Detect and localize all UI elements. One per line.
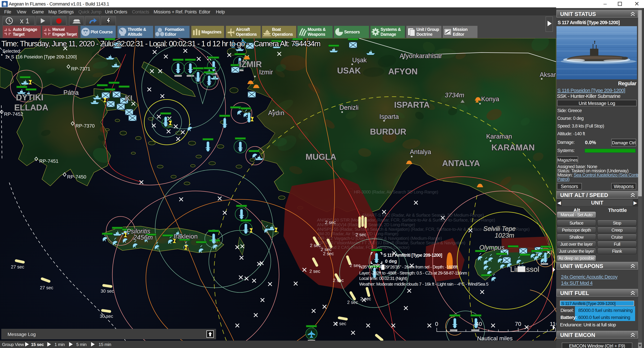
- svg-text:6M-20 (Radar, Air Search, 2D L: 6M-20 (Radar, Air Search, 2D Long-Range): [318, 231, 398, 236]
- svg-text:IZMIR: IZMIR: [239, 60, 262, 69]
- svg-text:0: 0: [435, 321, 438, 327]
- svg-text:2 sec: 2 sec: [347, 300, 358, 305]
- svg-text:RP-7370: RP-7370: [76, 123, 94, 129]
- svg-text:Aydın: Aydın: [268, 109, 284, 116]
- svg-text:USAK: USAK: [337, 66, 361, 75]
- svg-text:RP-7451: RP-7451: [39, 158, 58, 164]
- svg-text:x 1: x 1: [20, 17, 29, 25]
- svg-text:Denizli: Denizli: [340, 104, 358, 111]
- svg-text:30 sec: 30 sec: [100, 289, 114, 294]
- svg-text:DYTIKI: DYTIKI: [16, 93, 44, 102]
- svg-text:RP-7371: RP-7371: [71, 66, 90, 72]
- svg-text:SPS-10 / VisionMaster FT 250 (: SPS-10 / VisionMaster FT 250 (I/J Band) …: [319, 240, 465, 245]
- svg-text:KARAMAN: KARAMAN: [492, 143, 535, 152]
- svg-text:0 deg: 0 deg: [385, 259, 397, 264]
- svg-text:Selected:: Selected:: [2, 49, 21, 54]
- svg-text:MUGLA: MUGLA: [306, 152, 336, 162]
- svg-text:SUT Mod 2 CAS (Radar, FCR, Wea: SUT Mod 2 CAS (Radar, FCR, Weapon Direct…: [319, 245, 410, 250]
- svg-text:Olympus: Olympus: [479, 244, 504, 251]
- svg-text:Irákleion: Irákleion: [174, 233, 198, 240]
- svg-text:Konya: Konya: [481, 96, 500, 103]
- svg-text:N35°08'12"4█29°26'35" - 26nm f: N35°08'12"4█29°26'35" - 26nm from sel - …: [359, 264, 458, 270]
- svg-text:Karaman: Karaman: [486, 133, 512, 140]
- svg-text:AN/SPS-55 (Radar, Surface Sear: AN/SPS-55 (Radar, Surface Search & Navig…: [317, 227, 530, 232]
- svg-text:MR-212 Vaygach-U [Don 2] (Rada: MR-212 Vaygach-U [Don 2] (Radar & Naviga…: [318, 236, 442, 241]
- svg-text:ISPARTA: ISPARTA: [394, 100, 430, 110]
- svg-text:27 sec: 27 sec: [11, 264, 24, 269]
- svg-text:3734m: 3734m: [445, 92, 464, 99]
- svg-text:Aksar: Aksar: [540, 71, 556, 78]
- svg-text:SMART-S Mk2 (Radar, Air & Surf: SMART-S Mk2 (Radar, Air & Surface Search…: [362, 213, 484, 218]
- svg-text:Psiloritis: Psiloritis: [126, 228, 150, 235]
- svg-text:KI: KI: [125, 94, 132, 102]
- svg-text:AN/SPS-49(V)4 (Radar, Air Sear: AN/SPS-49(V)4 (Radar, Air Search, 2D Lon…: [317, 222, 415, 227]
- svg-text:S 117 Amfitriti [Type 209-1200: S 117 Amfitriti [Type 209-1200]: [384, 253, 442, 258]
- svg-text:Uşak: Uşak: [352, 57, 367, 64]
- svg-text:RP-7450: RP-7450: [67, 174, 86, 180]
- svg-text:30 sec: 30 sec: [100, 314, 113, 319]
- svg-text:BURDUR: BURDUR: [370, 127, 406, 136]
- svg-text:2 sec: 2 sec: [336, 321, 346, 326]
- svg-text:CMD: CMD: [3, 5, 6, 7]
- svg-text:Afyonkarahisar: Afyonkarahisar: [400, 52, 442, 59]
- svg-text:27 sec: 27 sec: [40, 285, 53, 290]
- svg-text:2 sec: 2 sec: [310, 269, 320, 274]
- svg-text:AN/SPG-60 STIR [Mod] (Radar, R: AN/SPG-60 STIR [Mod] (Radar, Radar, FCR,…: [317, 217, 495, 222]
- svg-text:40: 40: [476, 321, 482, 327]
- svg-text:1023m: 1023m: [495, 232, 514, 239]
- svg-text:2 sec: 2 sec: [360, 296, 371, 301]
- svg-text:2 sec: 2 sec: [333, 278, 344, 283]
- svg-text:70: 70: [515, 321, 521, 327]
- svg-text:Pátra: Pátra: [64, 89, 79, 96]
- svg-text:AFYON: AFYON: [388, 67, 418, 76]
- svg-text:Antalya: Antalya: [410, 148, 431, 155]
- svg-text:•: •: [1, 52, 2, 57]
- svg-text:2 sec: 2 sec: [350, 263, 360, 268]
- svg-text:Local time: 00:02:31 (Night): Local time: 00:02:31 (Night): [359, 276, 407, 281]
- svg-text:2456m: 2456m: [133, 234, 153, 241]
- svg-text:1x S 116 Poseidon [Type 209-12: 1x S 116 Poseidon [Type 209-1200]: [5, 54, 77, 59]
- svg-text:HR-3000 (Radar, Air Search 3D: HR-3000 (Radar, Air Search 3D Long-Range…: [354, 189, 438, 194]
- svg-text:Time: Thursday, June 11, 2020: Time: Thursday, June 11, 2020 - Zulu: 22…: [1, 39, 320, 48]
- svg-text:Weather: Moderate middle cloud: Weather: Moderate middle clouds 7 - 16k …: [359, 281, 488, 287]
- svg-text:Layer: -282ft to -486ft - Stre: Layer: -282ft to -486ft - Strength: 0.5 …: [359, 270, 467, 275]
- svg-text:Isparta: Isparta: [379, 113, 399, 120]
- svg-text:ANTALYA: ANTALYA: [442, 159, 480, 168]
- svg-text:2 sec: 2 sec: [323, 251, 334, 256]
- svg-text:RP-7452: RP-7452: [4, 111, 23, 117]
- svg-text:Izmir: Izmir: [259, 69, 273, 76]
- svg-text:ELLADA: ELLADA: [14, 103, 48, 112]
